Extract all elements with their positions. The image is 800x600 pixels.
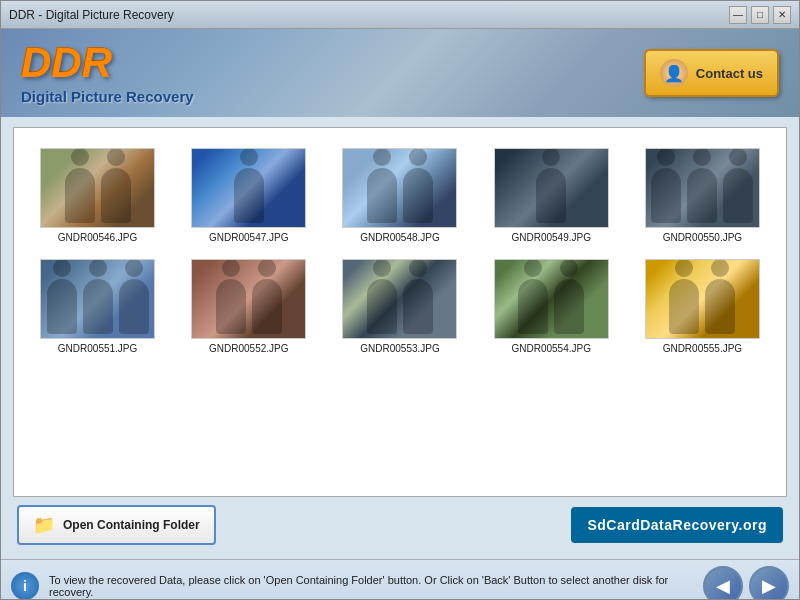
- image-filename: GNDR00551.JPG: [58, 343, 137, 354]
- image-item[interactable]: GNDR00555.JPG: [635, 259, 770, 354]
- image-filename: GNDR00546.JPG: [58, 232, 137, 243]
- main-content: GNDR00546.JPGGNDR00547.JPGGNDR00548.JPGG…: [1, 117, 799, 559]
- status-bar: i To view the recovered Data, please cli…: [1, 559, 799, 600]
- image-thumbnail: [342, 148, 457, 228]
- app-subtitle: Digital Picture Recovery: [21, 88, 194, 105]
- image-thumbnail: [494, 259, 609, 339]
- ddr-logo: DDR: [21, 42, 194, 84]
- image-thumbnail: [40, 259, 155, 339]
- status-text: To view the recovered Data, please click…: [49, 574, 693, 598]
- minimize-button[interactable]: —: [729, 6, 747, 24]
- image-item[interactable]: GNDR00547.JPG: [181, 148, 316, 243]
- image-item[interactable]: GNDR00549.JPG: [484, 148, 619, 243]
- title-bar: DDR - Digital Picture Recovery — □ ✕: [1, 1, 799, 29]
- image-item[interactable]: GNDR00546.JPG: [30, 148, 165, 243]
- image-item[interactable]: GNDR00548.JPG: [332, 148, 467, 243]
- image-item[interactable]: GNDR00552.JPG: [181, 259, 316, 354]
- image-item[interactable]: GNDR00550.JPG: [635, 148, 770, 243]
- open-folder-button[interactable]: 📁 Open Containing Folder: [17, 505, 216, 545]
- image-thumbnail: [645, 259, 760, 339]
- close-button[interactable]: ✕: [773, 6, 791, 24]
- image-filename: GNDR00549.JPG: [511, 232, 590, 243]
- open-folder-label: Open Containing Folder: [63, 518, 200, 532]
- action-bar: 📁 Open Containing Folder SdCardDataRecov…: [13, 497, 787, 549]
- image-filename: GNDR00554.JPG: [511, 343, 590, 354]
- image-filename: GNDR00552.JPG: [209, 343, 288, 354]
- image-thumbnail: [191, 148, 306, 228]
- info-icon: i: [11, 572, 39, 600]
- image-filename: GNDR00548.JPG: [360, 232, 439, 243]
- header: DDR Digital Picture Recovery 👤 Contact u…: [1, 29, 799, 117]
- image-grid-container[interactable]: GNDR00546.JPGGNDR00547.JPGGNDR00548.JPGG…: [13, 127, 787, 497]
- image-thumbnail: [40, 148, 155, 228]
- image-filename: GNDR00547.JPG: [209, 232, 288, 243]
- header-left: DDR Digital Picture Recovery: [21, 42, 194, 105]
- image-thumbnail: [342, 259, 457, 339]
- contact-button[interactable]: 👤 Contact us: [644, 49, 779, 97]
- contact-icon: 👤: [660, 59, 688, 87]
- maximize-button[interactable]: □: [751, 6, 769, 24]
- image-item[interactable]: GNDR00554.JPG: [484, 259, 619, 354]
- image-thumbnail: [645, 148, 760, 228]
- image-grid: GNDR00546.JPGGNDR00547.JPGGNDR00548.JPGG…: [14, 128, 786, 374]
- folder-icon: 📁: [33, 514, 55, 536]
- nav-buttons: ◀ ▶: [703, 566, 789, 601]
- back-button[interactable]: ◀: [703, 566, 743, 601]
- next-button[interactable]: ▶: [749, 566, 789, 601]
- image-item[interactable]: GNDR00551.JPG: [30, 259, 165, 354]
- title-bar-text: DDR - Digital Picture Recovery: [9, 8, 174, 22]
- image-filename: GNDR00555.JPG: [663, 343, 742, 354]
- image-thumbnail: [191, 259, 306, 339]
- image-thumbnail: [494, 148, 609, 228]
- title-bar-buttons: — □ ✕: [729, 6, 791, 24]
- image-item[interactable]: GNDR00553.JPG: [332, 259, 467, 354]
- image-filename: GNDR00553.JPG: [360, 343, 439, 354]
- sdcard-badge: SdCardDataRecovery.org: [571, 507, 783, 543]
- contact-btn-label: Contact us: [696, 66, 763, 81]
- image-filename: GNDR00550.JPG: [663, 232, 742, 243]
